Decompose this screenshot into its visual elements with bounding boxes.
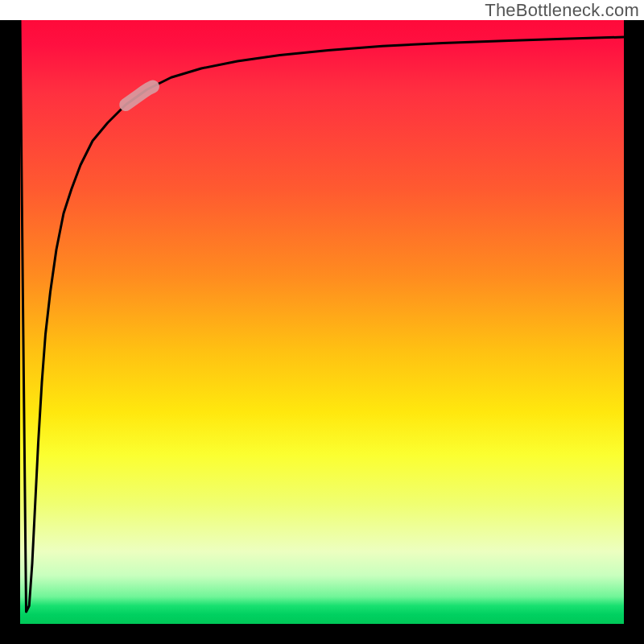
chart-frame: TheBottleneck.com bbox=[0, 0, 644, 644]
curve-svg bbox=[20, 20, 624, 624]
bottleneck-curve bbox=[20, 20, 624, 612]
highlight-capsule bbox=[126, 87, 153, 105]
plot-area bbox=[20, 20, 624, 624]
attribution-label: TheBottleneck.com bbox=[485, 0, 639, 21]
